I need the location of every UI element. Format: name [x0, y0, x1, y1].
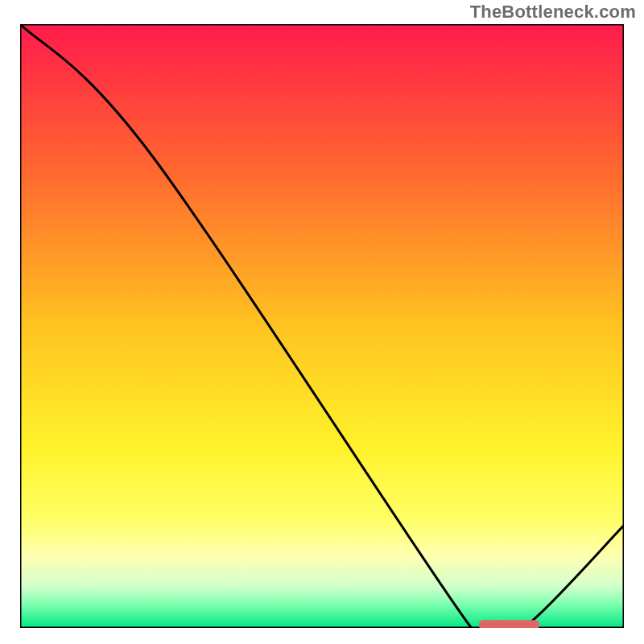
chart-container: TheBottleneck.com: [0, 0, 644, 644]
optimal-range-marker: [479, 620, 539, 628]
watermark-text: TheBottleneck.com: [470, 2, 636, 23]
gradient-background: [20, 24, 624, 628]
bottleneck-chart: [20, 24, 624, 628]
